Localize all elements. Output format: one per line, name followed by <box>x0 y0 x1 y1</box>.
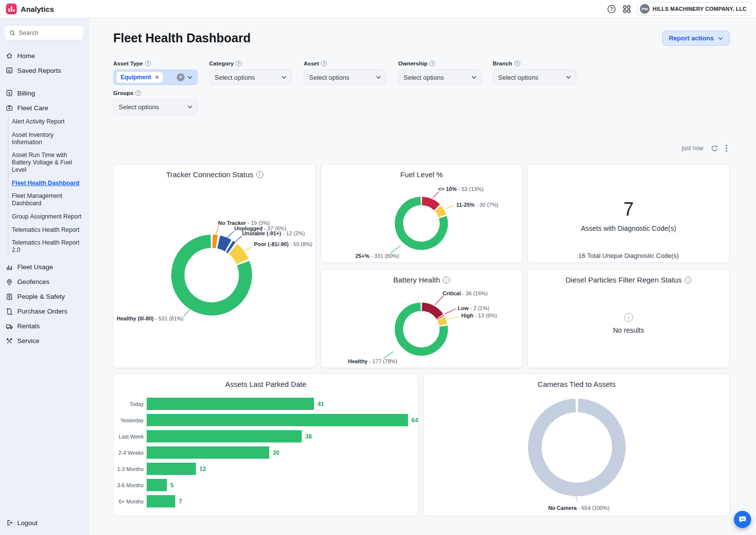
sidebar-item-fleet-care[interactable]: Fleet Care <box>0 100 89 115</box>
app-logo[interactable]: Analytics <box>6 3 54 14</box>
sidebar-item-geofences[interactable]: Geofences <box>0 275 89 289</box>
bar[interactable] <box>147 398 314 410</box>
filter-groups: Groups? Select options <box>113 90 198 115</box>
chevron-down-icon <box>282 76 286 79</box>
bar-value-label: 5 <box>170 482 174 489</box>
logout-button[interactable]: Logout <box>0 515 89 530</box>
category-select[interactable]: Select options <box>209 69 292 85</box>
bar-value-label: 38 <box>305 433 312 440</box>
asset-select[interactable]: Select options <box>304 69 386 85</box>
sidebar-item-home[interactable]: Home <box>0 48 89 63</box>
sidebar-item-label: Purchase Orders <box>17 308 67 315</box>
diagnostic-codes-card: 7 Assets with Diagnostic Code(s) 16 Tota… <box>527 164 730 263</box>
filter-label: Branch <box>493 61 512 66</box>
sidebar-item-saved-reports[interactable]: Saved Reports <box>0 63 89 78</box>
selected-chip[interactable]: Equipment✕ <box>117 72 163 83</box>
bar[interactable] <box>147 414 408 426</box>
select-placeholder: Select options <box>119 103 159 111</box>
chevron-down-icon <box>188 76 192 79</box>
bar-category-label: Yesterday <box>116 417 144 423</box>
help-icon[interactable]: ? <box>429 61 435 66</box>
branch-select[interactable]: Select options <box>493 69 576 85</box>
ownership-select[interactable]: Select options <box>398 69 482 85</box>
bar[interactable] <box>147 479 167 491</box>
sidebar-item-purchase-orders[interactable]: Purchase Orders <box>0 304 89 319</box>
help-icon[interactable]: ? <box>514 61 520 66</box>
help-icon[interactable]: ? <box>236 61 242 66</box>
donut-label: Healthy (0/-80) - 531 (81%) <box>117 315 184 321</box>
account-switcher[interactable]: PM HILLS MACHINERY COMPANY, LLC <box>637 2 751 16</box>
sidebar-item-rentals[interactable]: Rentals <box>0 319 89 334</box>
info-icon[interactable]: i <box>685 277 692 283</box>
card-title: Fuel Level % <box>400 170 443 179</box>
sidebar-subitem-telematics-health-report-2-0[interactable]: Telematics Health Report 2.0 <box>8 236 86 257</box>
battery-health-card: Battery Healthi Critical - 36 (16%)Low -… <box>320 269 523 368</box>
unique-diagnostic-codes-label: 16 Total Unique Diagnostic Code(s) <box>528 252 729 259</box>
filter-label: Groups <box>113 90 133 96</box>
help-icon[interactable]: ? <box>135 90 141 96</box>
bar-row: Today41 <box>116 396 411 412</box>
kebab-menu-icon[interactable] <box>725 144 727 152</box>
sidebar-subitem-telematics-health-report[interactable]: Telematics Health Report <box>8 223 86 237</box>
chat-launcher-button[interactable] <box>734 511 751 528</box>
tracker-connection-status-donut <box>114 164 315 368</box>
company-name: HILLS MACHINERY COMPANY, LLC <box>653 6 747 12</box>
bar-category-label: Today <box>116 401 144 407</box>
remove-chip-icon[interactable]: ✕ <box>155 74 159 81</box>
bar[interactable] <box>147 446 269 459</box>
sidebar-subitem-alert-activity-report[interactable]: Alert Activity Report <box>8 115 86 128</box>
app-header: Analytics ? PM HILLS MACHINERY COMPANY, … <box>0 0 756 18</box>
search-input[interactable] <box>19 30 79 36</box>
people-safety-icon <box>5 293 13 301</box>
bar-category-label: 3-6 Months <box>116 482 144 488</box>
help-icon[interactable]: ? <box>607 4 616 14</box>
chevron-down-icon <box>472 76 476 79</box>
info-icon[interactable]: i <box>256 171 263 178</box>
page-title: Fleet Health Dashboard <box>113 31 251 45</box>
apps-grid-icon[interactable] <box>622 4 631 14</box>
clear-filter-icon[interactable]: ✕ <box>177 73 185 81</box>
billing-icon: $ <box>5 89 13 97</box>
last-refresh-text: just now <box>682 145 703 152</box>
search-box[interactable] <box>4 25 84 40</box>
sidebar-subitem-asset-run-time-with-battery-voltage-fuel-level[interactable]: Asset Run Time with Battery Voltage & Fu… <box>8 149 86 176</box>
groups-select[interactable]: Select options <box>113 99 198 115</box>
card-title: Cameras Tied to Assets <box>537 380 615 388</box>
sidebar-subitem-asset-inventory-information[interactable]: Asset Inventory Information <box>8 128 86 149</box>
donut-label: High - 13 (6%) <box>461 313 497 318</box>
bar-value-label: 7 <box>179 498 182 505</box>
card-title: Assets Last Parked Date <box>225 380 306 388</box>
donut-label: 25+% - 331 (80%) <box>355 253 399 259</box>
sidebar-item-fleet-usage[interactable]: Fleet Usage <box>0 260 89 275</box>
filter-ownership: Ownership? Select options <box>398 61 482 85</box>
dpf-regen-status-card: Diesel Particles Filter Regen Statusi i … <box>527 269 730 368</box>
bar[interactable] <box>147 430 302 442</box>
bar-row: 2-4 Weeks30 <box>116 444 411 461</box>
report-actions-button[interactable]: Report actions <box>662 31 730 46</box>
help-icon[interactable]: ? <box>145 61 151 66</box>
filter-label: Category <box>209 61 234 66</box>
help-icon[interactable]: ? <box>321 61 327 66</box>
info-icon[interactable]: i <box>443 277 450 283</box>
bar-row: 6+ Months7 <box>116 493 411 509</box>
filter-label: Asset Type <box>113 61 143 66</box>
sidebar-subitem-group-assignment-report[interactable]: Group Assignment Report <box>8 210 86 223</box>
bar[interactable] <box>147 495 175 507</box>
select-placeholder: Select options <box>215 74 255 81</box>
refresh-icon[interactable] <box>711 145 718 152</box>
donut-label: 11-25% - 30 (7%) <box>456 202 499 208</box>
sidebar-item-label: Saved Reports <box>17 67 61 74</box>
battery-health-donut <box>321 270 522 368</box>
sidebar-subitem-fleet-management-dashboard[interactable]: Fleet Management Dashboard <box>8 189 86 210</box>
asset-type-select[interactable]: Equipment✕ ✕ <box>113 69 198 85</box>
filter-label: Asset <box>304 61 319 66</box>
sidebar-subitem-fleet-health-dashboard[interactable]: Fleet Health Dashboard <box>8 177 86 190</box>
donut-label: Poor (-81/-90) - 55 (8%) <box>254 241 313 247</box>
sidebar-item-billing[interactable]: $Billing <box>0 86 89 100</box>
bar-category-label: 2-4 Weeks <box>116 450 144 456</box>
sidebar-item-service[interactable]: Service <box>0 334 89 348</box>
sidebar-item-people-safety[interactable]: People & Safety <box>0 289 89 304</box>
saved-reports-icon <box>5 66 13 74</box>
chip-label: Equipment <box>121 74 151 81</box>
bar[interactable] <box>147 463 196 475</box>
